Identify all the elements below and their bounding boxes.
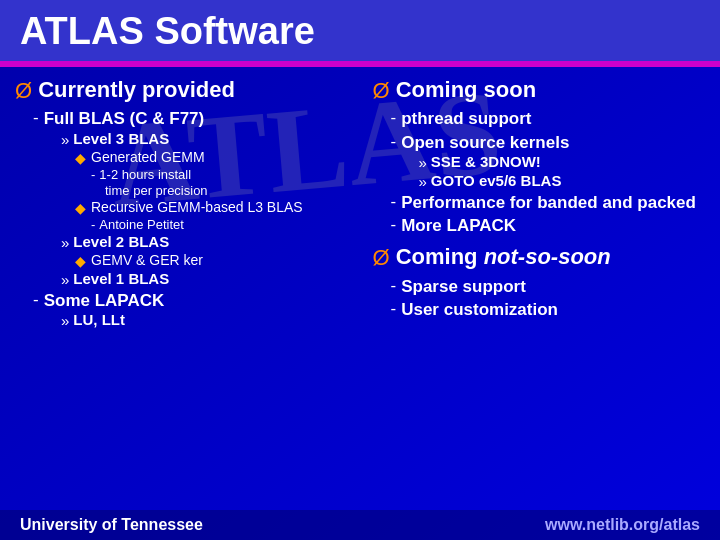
full-blas-text: Full BLAS (C & F77) [44, 108, 205, 129]
goto-text: GOTO ev5/6 BLAS [431, 172, 562, 189]
pthread-text: pthread support [401, 108, 531, 129]
level1-blas-item: » Level 1 BLAS [61, 270, 348, 288]
pthread-dash: - [391, 108, 397, 128]
pthread-item: - pthread support [391, 108, 706, 129]
level3-text: Level 3 BLAS [73, 130, 169, 147]
left-column: Ø Currently provided - Full BLAS (C & F7… [15, 77, 358, 484]
lapack-dash: - Some LAPACK [33, 290, 348, 311]
opensource-text: Open source kernels [401, 132, 569, 153]
install-time-item: - 1-2 hours install [91, 167, 348, 182]
usercustom-dash: - [391, 299, 397, 319]
opensource-dash: - [391, 132, 397, 152]
diamond-bullet: ◆ [75, 150, 86, 166]
right-section2-bullet: Ø [373, 245, 390, 271]
right-column: Ø Coming soon - pthread support - Open s… [368, 77, 706, 484]
level3-blas-item: » Level 3 BLAS [61, 130, 348, 148]
morelapack-text: More LAPACK [401, 215, 516, 236]
generated-gemm-text: Generated GEMM [91, 149, 205, 165]
sparse-item: - Sparse support [391, 276, 706, 297]
sub-dash2-icon: - [91, 217, 95, 232]
level1-bullet: » [61, 271, 69, 288]
header: ATLAS Software [0, 0, 720, 64]
footer-right-text: www.netlib.org/atlas [545, 516, 700, 534]
gemv-item: ◆ GEMV & GER ker [75, 252, 348, 269]
perf-text: Performance for banded and packed [401, 192, 696, 213]
main-content: Ø Currently provided - Full BLAS (C & F7… [0, 67, 720, 494]
antoine-item: - Antoine Petitet [91, 217, 348, 232]
precision-item: time per precision [91, 183, 348, 198]
lu-llt-item: » LU, LLt [61, 311, 348, 329]
diamond-bullet2: ◆ [75, 200, 86, 216]
level1-text: Level 1 BLAS [73, 270, 169, 287]
diamond-bullet3: ◆ [75, 253, 86, 269]
level-bullet: » [61, 131, 69, 148]
level2-text: Level 2 BLAS [73, 233, 169, 250]
lapack-dash-icon: - [33, 290, 39, 310]
currently-provided-section: Ø Currently provided [15, 77, 348, 104]
right-section-bullet: Ø [373, 78, 390, 104]
performance-item: - Performance for banded and packed [391, 192, 706, 213]
coming-soon-section: Ø Coming soon [373, 77, 706, 104]
dash-icon: - [33, 108, 39, 128]
lu-text: LU, LLt [73, 311, 125, 328]
coming-soon-title: Coming soon [396, 77, 537, 103]
sse-bullet: » [419, 154, 427, 171]
not-so-soon-section: Ø Coming not-so-soon [373, 244, 706, 271]
install-time-text: 1-2 hours install [99, 167, 191, 182]
user-custom-item: - User customization [391, 299, 706, 320]
more-lapack-item: - More LAPACK [391, 215, 706, 236]
not-so-soon-title: Coming not-so-soon [396, 244, 611, 270]
goto-bullet: » [419, 173, 427, 190]
antoine-text: Antoine Petitet [99, 217, 184, 232]
usercustom-text: User customization [401, 299, 558, 320]
section-bullet: Ø [15, 78, 32, 104]
precision-text: time per precision [105, 183, 208, 198]
morelapack-dash: - [391, 215, 397, 235]
sparse-dash: - [391, 276, 397, 296]
perf-dash: - [391, 192, 397, 212]
sse-item: » SSE & 3DNOW! [419, 153, 706, 171]
sub-dash-icon: - [91, 167, 95, 182]
lapack-text: Some LAPACK [44, 290, 165, 311]
open-source-item: - Open source kernels » SSE & 3DNOW! » G… [391, 132, 706, 190]
lu-bullet: » [61, 312, 69, 329]
level2-blas-item: » Level 2 BLAS [61, 233, 348, 251]
full-blas-dash: - Full BLAS (C & F77) [33, 108, 348, 129]
footer: University of Tennessee www.netlib.org/a… [0, 510, 720, 540]
sse-text: SSE & 3DNOW! [431, 153, 541, 170]
gemv-text: GEMV & GER ker [91, 252, 203, 268]
level2-bullet: » [61, 234, 69, 251]
sparse-text: Sparse support [401, 276, 526, 297]
goto-item: » GOTO ev5/6 BLAS [419, 172, 706, 190]
full-blas-item: - Full BLAS (C & F77) » Level 3 BLAS ◆ G… [33, 108, 348, 287]
currently-provided-title: Currently provided [38, 77, 235, 103]
generated-gemm-item: ◆ Generated GEMM [75, 149, 348, 166]
page-title: ATLAS Software [20, 10, 700, 53]
recursive-gemm-text: Recursive GEMM-based L3 BLAS [91, 199, 303, 215]
footer-left-text: University of Tennessee [20, 516, 203, 534]
some-lapack-item: - Some LAPACK » LU, LLt [33, 290, 348, 329]
slide: ATLAS Software ATLAS Ø Currently provide… [0, 0, 720, 540]
recursive-gemm-item: ◆ Recursive GEMM-based L3 BLAS [75, 199, 348, 216]
